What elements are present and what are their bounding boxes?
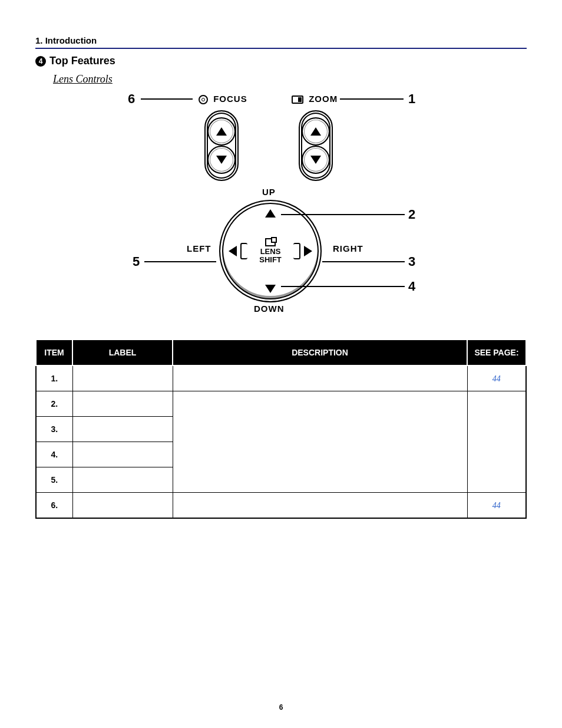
- callout-line: [340, 98, 404, 100]
- cell-num: 3.: [36, 417, 72, 442]
- section-number-icon: 4: [35, 56, 46, 67]
- section-heading: 4 Top Features: [35, 55, 527, 67]
- col-item: ITEM: [36, 340, 72, 365]
- section-title: Top Features: [49, 55, 115, 67]
- cell-label: [72, 493, 173, 519]
- bracket-icon: [293, 243, 300, 259]
- zoom-rocker[interactable]: [299, 110, 333, 181]
- callout-4: 4: [408, 279, 415, 294]
- up-arrow-icon: [216, 127, 227, 136]
- focus-icon: [199, 95, 208, 104]
- cell-desc-merged: [173, 391, 467, 493]
- cell-num: 4.: [36, 442, 72, 467]
- callout-6: 6: [128, 91, 135, 107]
- subsection-heading: Lens Controls: [53, 73, 527, 85]
- lens-controls-diagram: 6 FOCUS ZOOM 1 UP: [35, 91, 527, 321]
- down-arrow-icon: [216, 156, 227, 164]
- up-arrow-icon: [310, 127, 321, 136]
- zoom-up-button[interactable]: [302, 117, 330, 146]
- lens-shift-icon: [265, 238, 276, 246]
- cell-num: 1.: [36, 365, 72, 391]
- focus-rocker[interactable]: [204, 110, 239, 181]
- focus-up-button[interactable]: [207, 117, 236, 146]
- callout-3: 3: [408, 254, 415, 269]
- table-row: 2.: [36, 391, 526, 417]
- cell-label: [72, 417, 173, 442]
- table-header-row: ITEM LABEL DESCRIPTION SEE PAGE:: [36, 340, 526, 365]
- cell-num: 6.: [36, 493, 72, 519]
- cell-num: 2.: [36, 391, 72, 417]
- up-label: UP: [262, 187, 276, 197]
- cell-page[interactable]: 44: [467, 493, 526, 519]
- feature-table: ITEM LABEL DESCRIPTION SEE PAGE: 1. 44 2…: [35, 339, 527, 519]
- table-row: 6. 44: [36, 493, 526, 519]
- lens-shift-left-button[interactable]: [229, 246, 237, 256]
- zoom-icon: [292, 95, 303, 104]
- lens-shift-up-button[interactable]: [265, 209, 276, 218]
- page-link: 44: [492, 374, 501, 383]
- cell-label: [72, 365, 173, 391]
- zoom-label: ZOOM: [292, 94, 338, 104]
- chapter-rule: [35, 48, 527, 49]
- page-number: 6: [0, 703, 562, 711]
- lens-shift-label: LENS SHIFT: [259, 238, 282, 265]
- lens-shift-down-button[interactable]: [265, 285, 276, 293]
- callout-line: [281, 214, 405, 215]
- focus-label: FOCUS: [199, 94, 247, 104]
- cell-page[interactable]: 44: [467, 365, 526, 391]
- cell-desc: [173, 365, 467, 391]
- bracket-icon: [240, 243, 247, 259]
- callout-1: 1: [408, 91, 415, 107]
- chapter-heading: 1. Introduction: [35, 35, 527, 45]
- down-arrow-icon: [310, 156, 321, 164]
- callout-line: [144, 261, 216, 262]
- cell-page-merged: [467, 391, 526, 493]
- table-row: 1. 44: [36, 365, 526, 391]
- cell-label: [72, 467, 173, 493]
- cell-desc: [173, 493, 467, 519]
- callout-line: [141, 98, 193, 100]
- left-label: LEFT: [187, 243, 211, 253]
- focus-down-button[interactable]: [207, 146, 236, 174]
- col-page: SEE PAGE:: [467, 340, 526, 365]
- callout-line: [322, 261, 405, 262]
- col-label: LABEL: [72, 340, 173, 365]
- col-description: DESCRIPTION: [173, 340, 467, 365]
- zoom-down-button[interactable]: [302, 146, 330, 174]
- callout-line: [281, 286, 405, 287]
- callout-5: 5: [133, 254, 140, 269]
- cell-label: [72, 391, 173, 417]
- cell-num: 5.: [36, 467, 72, 493]
- cell-label: [72, 442, 173, 467]
- down-label: DOWN: [254, 304, 285, 314]
- right-label: RIGHT: [333, 243, 363, 253]
- page: 1. Introduction 4 Top Features Lens Cont…: [0, 0, 562, 728]
- page-link: 44: [492, 501, 501, 510]
- callout-2: 2: [408, 207, 415, 222]
- lens-shift-right-button[interactable]: [304, 246, 312, 256]
